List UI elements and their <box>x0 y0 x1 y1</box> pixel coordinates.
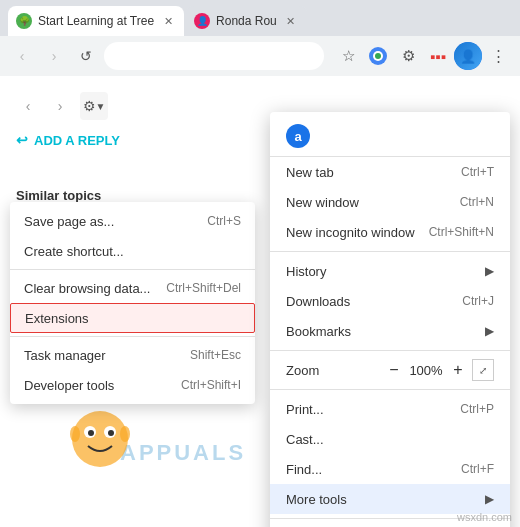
menu-divider-1 <box>270 251 510 252</box>
downloads-label: Downloads <box>286 294 462 309</box>
next-button[interactable]: › <box>48 94 72 118</box>
print-label: Print... <box>286 402 460 417</box>
tab2-close-button[interactable]: ✕ <box>283 13 299 29</box>
new-tab-shortcut: Ctrl+T <box>461 165 494 179</box>
svg-point-7 <box>108 430 114 436</box>
create-shortcut-label: Create shortcut... <box>24 244 241 259</box>
profile-letter-text: a <box>294 129 301 144</box>
chrome-profile-letter: a <box>286 124 310 148</box>
menu-divider-2 <box>270 350 510 351</box>
tab2-title: Ronda Rou <box>216 14 277 28</box>
svg-point-3 <box>72 411 128 467</box>
tab-2[interactable]: 👤 Ronda Rou ✕ <box>186 6 307 36</box>
task-manager-label: Task manager <box>24 348 190 363</box>
print-shortcut: Ctrl+P <box>460 402 494 416</box>
new-window-item[interactable]: New window Ctrl+N <box>270 187 510 217</box>
reply-label: ADD A REPLY <box>34 133 120 148</box>
new-incognito-shortcut: Ctrl+Shift+N <box>429 225 494 239</box>
history-item[interactable]: History ▶ <box>270 256 510 286</box>
developer-tools-shortcut: Ctrl+Shift+I <box>181 378 241 392</box>
google-icon[interactable] <box>364 42 392 70</box>
svg-point-5 <box>104 426 116 438</box>
watermark-site: wsxdn.com <box>457 511 512 523</box>
back-button[interactable]: ‹ <box>8 42 36 70</box>
save-page-shortcut: Ctrl+S <box>207 214 241 228</box>
zoom-expand-button[interactable]: ⤢ <box>472 359 494 381</box>
create-shortcut-item[interactable]: Create shortcut... <box>10 236 255 266</box>
zoom-plus-button[interactable]: + <box>448 359 468 381</box>
find-label: Find... <box>286 462 461 477</box>
cast-label: Cast... <box>286 432 494 447</box>
svg-point-8 <box>70 426 80 442</box>
appuals-watermark: APPUALS <box>120 435 246 467</box>
refresh-button[interactable]: ↺ <box>72 42 100 70</box>
zoom-minus-button[interactable]: − <box>384 359 404 381</box>
media-icon[interactable]: ▪▪▪ <box>424 42 452 70</box>
page-content: ‹ › ⚙ ▼ ↩ ADD A REPLY Similar topics APP… <box>0 76 520 527</box>
bookmarks-arrow: ▶ <box>485 324 494 338</box>
tab1-close-button[interactable]: ✕ <box>160 13 176 29</box>
task-manager-item[interactable]: Task manager Shift+Esc <box>10 340 255 370</box>
svg-point-4 <box>84 426 96 438</box>
page-menu-divider-2 <box>10 336 255 337</box>
downloads-shortcut: Ctrl+J <box>462 294 494 308</box>
tab1-title: Start Learning at Tree <box>38 14 154 28</box>
chrome-menu: a New tab Ctrl+T New window Ctrl+N New i… <box>270 112 510 527</box>
print-item[interactable]: Print... Ctrl+P <box>270 394 510 424</box>
toolbar-actions: ☆ ⚙ ▪▪▪ 👤 ⋮ <box>328 42 512 70</box>
forward-button[interactable]: › <box>40 42 68 70</box>
edit-row: Edit Cut Copy Paste <box>270 523 510 527</box>
more-tools-arrow: ▶ <box>485 492 494 506</box>
more-tools-item[interactable]: More tools ▶ <box>270 484 510 514</box>
history-label: History <box>286 264 485 279</box>
tab-1[interactable]: 🌳 Start Learning at Tree ✕ <box>8 6 184 36</box>
find-shortcut: Ctrl+F <box>461 462 494 476</box>
bookmarks-label: Bookmarks <box>286 324 485 339</box>
extensions-item[interactable]: Extensions <box>10 303 255 333</box>
svg-point-9 <box>120 426 130 442</box>
menu-divider-3 <box>270 389 510 390</box>
profile-button[interactable]: 👤 <box>454 42 482 70</box>
clear-browsing-label: Clear browsing data... <box>24 281 166 296</box>
page-menu-divider-1 <box>10 269 255 270</box>
tab1-favicon: 🌳 <box>16 13 32 29</box>
svg-point-2 <box>375 53 381 59</box>
chrome-menu-header: a <box>270 118 510 157</box>
cast-item[interactable]: Cast... <box>270 424 510 454</box>
new-incognito-item[interactable]: New incognito window Ctrl+Shift+N <box>270 217 510 247</box>
developer-tools-item[interactable]: Developer tools Ctrl+Shift+I <box>10 370 255 400</box>
tab2-favicon: 👤 <box>194 13 210 29</box>
new-window-label: New window <box>286 195 460 210</box>
menu-button[interactable]: ⋮ <box>484 42 512 70</box>
extensions-label: Extensions <box>25 311 240 326</box>
tab-bar: 🌳 Start Learning at Tree ✕ 👤 Ronda Rou ✕ <box>0 0 520 36</box>
browser-toolbar: ‹ › ↺ ☆ ⚙ ▪▪▪ 👤 ⋮ <box>0 36 520 76</box>
clear-browsing-shortcut: Ctrl+Shift+Del <box>166 281 241 295</box>
zoom-row: Zoom − 100% + ⤢ <box>270 355 510 385</box>
settings-gear-button[interactable]: ⚙ ▼ <box>80 92 108 120</box>
zoom-label: Zoom <box>286 363 380 378</box>
svg-point-6 <box>88 430 94 436</box>
bookmarks-item[interactable]: Bookmarks ▶ <box>270 316 510 346</box>
page-context-menu: Save page as... Ctrl+S Create shortcut..… <box>10 202 255 404</box>
more-tools-label: More tools <box>286 492 485 507</box>
downloads-item[interactable]: Downloads Ctrl+J <box>270 286 510 316</box>
watermark-text: APPUALS <box>120 440 246 465</box>
address-bar[interactable] <box>104 42 324 70</box>
clear-browsing-item[interactable]: Clear browsing data... Ctrl+Shift+Del <box>10 273 255 303</box>
task-manager-shortcut: Shift+Esc <box>190 348 241 362</box>
developer-tools-label: Developer tools <box>24 378 181 393</box>
history-arrow: ▶ <box>485 264 494 278</box>
extensions-icon[interactable]: ⚙ <box>394 42 422 70</box>
new-tab-item[interactable]: New tab Ctrl+T <box>270 157 510 187</box>
save-page-label: Save page as... <box>24 214 207 229</box>
find-item[interactable]: Find... Ctrl+F <box>270 454 510 484</box>
star-icon[interactable]: ☆ <box>334 42 362 70</box>
new-incognito-label: New incognito window <box>286 225 429 240</box>
wsxdn-watermark: wsxdn.com <box>457 511 512 523</box>
new-window-shortcut: Ctrl+N <box>460 195 494 209</box>
prev-button[interactable]: ‹ <box>16 94 40 118</box>
save-page-item[interactable]: Save page as... Ctrl+S <box>10 206 255 236</box>
zoom-value: 100% <box>408 363 444 378</box>
new-tab-label: New tab <box>286 165 461 180</box>
